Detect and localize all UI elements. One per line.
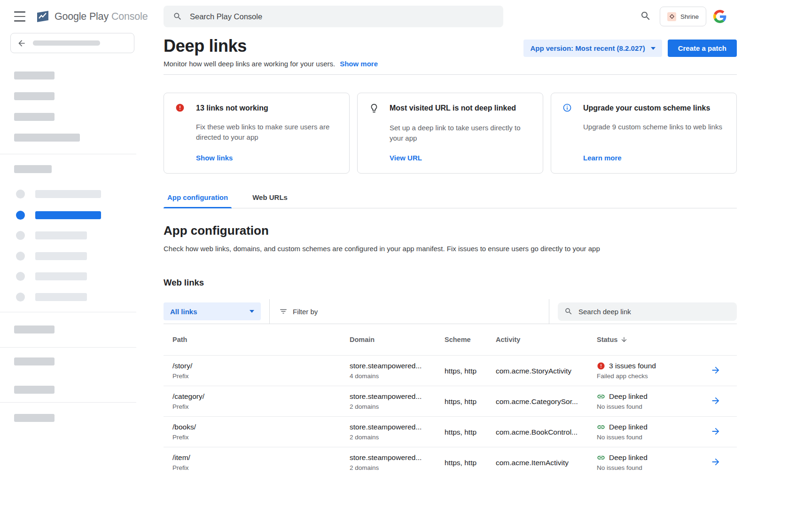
insight-cards: 13 links not working Fix these web links… bbox=[164, 93, 737, 174]
status-cell: Deep linked No issues found bbox=[597, 423, 699, 441]
card-body: Set up a deep link to take users directl… bbox=[390, 123, 531, 143]
search-icon bbox=[173, 12, 182, 21]
search-icon bbox=[640, 10, 651, 22]
path-type: Prefix bbox=[172, 434, 350, 441]
learn-more-link[interactable]: Learn more bbox=[583, 154, 725, 162]
deep-link-search bbox=[558, 302, 737, 321]
loading-placeholder bbox=[35, 252, 87, 260]
status-text: Deep linked bbox=[609, 423, 648, 431]
table-row-story[interactable]: /story/ Prefix store.steampowered... 4 d… bbox=[164, 355, 737, 386]
domain-count: 2 domains bbox=[350, 464, 445, 472]
path-cell: /category/ Prefix bbox=[164, 392, 350, 411]
toolbar-divider bbox=[269, 299, 270, 324]
card-body: Upgrade 9 custom scheme links to web lin… bbox=[583, 122, 725, 132]
table-row-category[interactable]: /category/ Prefix store.steampowered... … bbox=[164, 386, 737, 416]
sidebar-nav-item[interactable] bbox=[0, 231, 136, 242]
links-filter-value: All links bbox=[170, 308, 197, 316]
loading-placeholder bbox=[14, 134, 80, 142]
header-actions: App version: Most recent (8.2.027) Creat… bbox=[523, 40, 737, 57]
column-header-scheme: Scheme bbox=[445, 336, 496, 343]
shrine-app-icon bbox=[667, 12, 676, 21]
deep-links-table: Path Domain Scheme Activity Status /stor… bbox=[164, 324, 737, 477]
table-row-books[interactable]: /books/ Prefix store.steampowered... 2 d… bbox=[164, 416, 737, 447]
nav-bullet-icon bbox=[16, 293, 25, 302]
loading-placeholder bbox=[14, 113, 55, 121]
main-content: Deep links Monitor how well deep links a… bbox=[164, 33, 737, 477]
back-button[interactable] bbox=[10, 33, 134, 53]
arrow-forward-icon bbox=[710, 365, 721, 375]
filter-by-button[interactable]: Filter by bbox=[279, 307, 318, 316]
domain-value: store.steampowered... bbox=[350, 392, 445, 401]
global-search-input[interactable] bbox=[190, 12, 494, 21]
web-links-toolbar: All links Filter by bbox=[164, 299, 737, 324]
show-links-link[interactable]: Show links bbox=[196, 154, 338, 162]
sidebar-nav-item[interactable] bbox=[0, 190, 136, 201]
chevron-down-icon bbox=[651, 47, 656, 50]
domain-value: store.steampowered... bbox=[350, 453, 445, 462]
page-title: Deep links bbox=[164, 36, 378, 56]
sidebar-nav-item[interactable] bbox=[0, 272, 136, 283]
hamburger-menu-button[interactable] bbox=[14, 11, 26, 22]
app-version-selector[interactable]: App version: Most recent (8.2.027) bbox=[523, 40, 662, 57]
loading-placeholder bbox=[35, 231, 87, 239]
nav-bullet-icon bbox=[16, 211, 25, 220]
path-type: Prefix bbox=[172, 403, 350, 411]
tab-app-configuration[interactable]: App configuration bbox=[164, 193, 232, 208]
card-most-visited-url: Most visited URL is not deep linked Set … bbox=[357, 93, 543, 174]
app-switcher-shrine[interactable]: Shrine bbox=[660, 7, 706, 26]
activity-cell: com.acme.ItemActivity bbox=[496, 458, 597, 467]
loading-placeholder bbox=[14, 325, 55, 333]
secondary-search-button[interactable] bbox=[639, 10, 652, 23]
google-logo-icon bbox=[713, 10, 726, 23]
activity-cell: com.acme.CategorySor... bbox=[496, 397, 597, 406]
status-cell: Deep linked No issues found bbox=[597, 453, 699, 472]
arrow-back-icon bbox=[17, 39, 26, 48]
table-row-item[interactable]: /item/ Prefix store.steampowered... 2 do… bbox=[164, 447, 737, 477]
status-sub: No issues found bbox=[597, 434, 699, 441]
status-sub: Failed app checks bbox=[597, 373, 699, 380]
sort-descending-icon bbox=[620, 336, 628, 343]
status-text: 3 issues found bbox=[609, 362, 656, 370]
play-console-flag-icon bbox=[36, 9, 50, 24]
path-cell: /item/ Prefix bbox=[164, 453, 350, 472]
tab-bar: App configuration Web URLs bbox=[164, 193, 737, 208]
web-links-heading: Web links bbox=[164, 277, 737, 288]
open-row-arrow-button[interactable] bbox=[709, 425, 723, 439]
open-row-arrow-button[interactable] bbox=[709, 455, 723, 469]
loading-placeholder bbox=[14, 357, 55, 365]
tab-web-urls[interactable]: Web URLs bbox=[249, 193, 291, 208]
open-row-arrow-button[interactable] bbox=[709, 364, 723, 378]
sidebar-divider bbox=[0, 402, 136, 403]
links-filter-dropdown[interactable]: All links bbox=[164, 302, 261, 320]
chevron-down-icon bbox=[250, 310, 254, 313]
domain-cell: store.steampowered... 2 domains bbox=[350, 453, 445, 472]
open-row-arrow-button[interactable] bbox=[709, 394, 723, 408]
header-divider bbox=[164, 74, 737, 75]
create-patch-button[interactable]: Create a patch bbox=[668, 40, 737, 57]
table-header-row: Path Domain Scheme Activity Status bbox=[164, 324, 737, 355]
path-value: /category/ bbox=[172, 392, 350, 401]
card-title: 13 links not working bbox=[196, 103, 338, 114]
column-header-status-sort[interactable]: Status bbox=[597, 336, 699, 343]
show-more-link[interactable]: Show more bbox=[340, 59, 378, 69]
deep-link-search-input[interactable] bbox=[578, 308, 730, 316]
card-upgrade-custom-scheme: Upgrade your custom scheme links Upgrade… bbox=[551, 93, 737, 174]
error-icon bbox=[175, 103, 196, 114]
card-title: Upgrade your custom scheme links bbox=[583, 103, 725, 114]
sidebar-divider bbox=[0, 312, 136, 312]
domain-count: 2 domains bbox=[350, 403, 445, 411]
status-sub: No issues found bbox=[597, 464, 699, 472]
status-text: Deep linked bbox=[609, 453, 648, 462]
filter-icon bbox=[279, 307, 288, 316]
sidebar-nav-item[interactable] bbox=[0, 252, 136, 263]
sidebar-nav-item[interactable] bbox=[0, 293, 136, 304]
loading-placeholder bbox=[14, 71, 55, 79]
sidebar-nav-item-deep-links-active[interactable] bbox=[0, 211, 136, 222]
path-cell: /books/ Prefix bbox=[164, 422, 350, 441]
domain-cell: store.steampowered... 4 domains bbox=[350, 361, 445, 380]
play-console-deep-links-page: Google PlayConsole Shrine bbox=[0, 0, 812, 508]
view-url-link[interactable]: View URL bbox=[390, 154, 531, 162]
nav-bullet-icon bbox=[16, 272, 25, 281]
error-icon bbox=[597, 362, 605, 370]
column-header-path: Path bbox=[164, 336, 350, 343]
